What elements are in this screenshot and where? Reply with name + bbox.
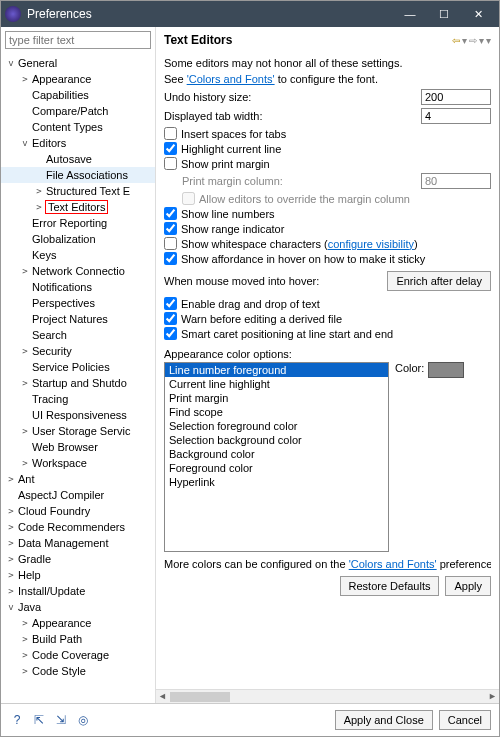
twistie-icon[interactable]: > (19, 426, 31, 436)
restore-defaults-button[interactable]: Restore Defaults (340, 576, 440, 596)
tree-item[interactable]: >Code Coverage (1, 647, 155, 663)
cb-white[interactable]: Show whitespace characters (configure vi… (164, 237, 491, 250)
tree-item[interactable]: Search (1, 327, 155, 343)
tree-item[interactable]: >Data Management (1, 535, 155, 551)
tree-item[interactable]: >Ant (1, 471, 155, 487)
tree-item[interactable]: >Startup and Shutdo (1, 375, 155, 391)
twistie-icon[interactable]: > (5, 474, 17, 484)
back-icon[interactable]: ⇦ (452, 35, 460, 46)
tree-item[interactable]: >Appearance (1, 71, 155, 87)
twistie-icon[interactable]: > (19, 634, 31, 644)
twistie-icon[interactable]: > (19, 650, 31, 660)
cb-highlight[interactable]: Highlight current line (164, 142, 491, 155)
preference-tree[interactable]: vGeneral>AppearanceCapabilitiesCompare/P… (1, 53, 155, 703)
tree-item[interactable]: >Code Recommenders (1, 519, 155, 535)
tree-item[interactable]: vGeneral (1, 55, 155, 71)
tree-item[interactable]: >User Storage Servic (1, 423, 155, 439)
tree-item[interactable]: >Text Editors (1, 199, 155, 215)
cb-linenum[interactable]: Show line numbers (164, 207, 491, 220)
tree-item[interactable]: AspectJ Compiler (1, 487, 155, 503)
tree-item[interactable]: >Cloud Foundry (1, 503, 155, 519)
list-item[interactable]: Selection foreground color (165, 419, 388, 433)
list-item[interactable]: Hyperlink (165, 475, 388, 489)
filter-input[interactable] (5, 31, 151, 49)
cb-warn[interactable]: Warn before editing a derived file (164, 312, 491, 325)
export-icon[interactable]: ⇲ (53, 712, 69, 728)
tree-item[interactable]: >Workspace (1, 455, 155, 471)
view-menu-icon[interactable]: ▾ (486, 35, 491, 46)
minimize-button[interactable]: — (393, 1, 427, 27)
tree-item[interactable]: Autosave (1, 151, 155, 167)
tree-item[interactable]: vJava (1, 599, 155, 615)
tree-item[interactable]: >Install/Update (1, 583, 155, 599)
twistie-icon[interactable]: > (5, 586, 17, 596)
scroll-thumb[interactable] (170, 692, 230, 702)
tree-item[interactable]: >Help (1, 567, 155, 583)
twistie-icon[interactable]: > (5, 522, 17, 532)
twistie-icon[interactable]: > (5, 538, 17, 548)
twistie-icon[interactable]: > (19, 666, 31, 676)
tree-item[interactable]: UI Responsiveness (1, 407, 155, 423)
tree-item[interactable]: Compare/Patch (1, 103, 155, 119)
tree-item[interactable]: Keys (1, 247, 155, 263)
maximize-button[interactable]: ☐ (427, 1, 461, 27)
tree-item[interactable]: Capabilities (1, 87, 155, 103)
tree-item[interactable]: Tracing (1, 391, 155, 407)
twistie-icon[interactable]: v (5, 58, 17, 68)
back-menu-icon[interactable]: ▾ (462, 35, 467, 46)
close-button[interactable]: ✕ (461, 1, 495, 27)
list-item[interactable]: Current line highlight (165, 377, 388, 391)
hscrollbar[interactable]: ◄ ► (156, 689, 499, 703)
scroll-left-icon[interactable]: ◄ (158, 691, 167, 701)
tree-item[interactable]: >Network Connectio (1, 263, 155, 279)
twistie-icon[interactable]: v (5, 602, 17, 612)
list-item[interactable]: Print margin (165, 391, 388, 405)
tab-input[interactable] (421, 108, 491, 124)
tree-item[interactable]: >Appearance (1, 615, 155, 631)
list-item[interactable]: Foreground color (165, 461, 388, 475)
cb-afford[interactable]: Show affordance in hover on how to make … (164, 252, 491, 265)
twistie-icon[interactable]: > (19, 74, 31, 84)
apply-close-button[interactable]: Apply and Close (335, 710, 433, 730)
scroll-right-icon[interactable]: ► (488, 691, 497, 701)
list-item[interactable]: Selection background color (165, 433, 388, 447)
apply-button[interactable]: Apply (445, 576, 491, 596)
tree-item[interactable]: Service Policies (1, 359, 155, 375)
twistie-icon[interactable]: > (5, 506, 17, 516)
cb-drag[interactable]: Enable drag and drop of text (164, 297, 491, 310)
list-item[interactable]: Find scope (165, 405, 388, 419)
tree-item[interactable]: >Security (1, 343, 155, 359)
twistie-icon[interactable]: > (33, 202, 45, 212)
color-options-list[interactable]: Line number foregroundCurrent line highl… (164, 362, 389, 552)
colors-fonts-link2[interactable]: 'Colors and Fonts' (349, 558, 437, 570)
cb-spaces[interactable]: Insert spaces for tabs (164, 127, 491, 140)
tree-item[interactable]: Web Browser (1, 439, 155, 455)
forward-icon[interactable]: ⇨ (469, 35, 477, 46)
twistie-icon[interactable]: > (19, 346, 31, 356)
twistie-icon[interactable]: v (19, 138, 31, 148)
list-item[interactable]: Background color (165, 447, 388, 461)
tree-item[interactable]: Content Types (1, 119, 155, 135)
twistie-icon[interactable]: > (5, 570, 17, 580)
tree-item[interactable]: Globalization (1, 231, 155, 247)
twistie-icon[interactable]: > (19, 266, 31, 276)
configure-visibility-link[interactable]: configure visibility (328, 238, 414, 250)
import-icon[interactable]: ⇱ (31, 712, 47, 728)
tree-item[interactable]: File Associations (1, 167, 155, 183)
twistie-icon[interactable]: > (5, 554, 17, 564)
oomph-icon[interactable]: ◎ (75, 712, 91, 728)
help-icon[interactable]: ? (9, 712, 25, 728)
list-item[interactable]: Line number foreground (165, 363, 388, 377)
twistie-icon[interactable]: > (33, 186, 45, 196)
colors-fonts-link[interactable]: 'Colors and Fonts' (187, 73, 275, 85)
tree-item[interactable]: >Code Style (1, 663, 155, 679)
tree-item[interactable]: Project Natures (1, 311, 155, 327)
enrich-button[interactable]: Enrich after delay (387, 271, 491, 291)
undo-input[interactable] (421, 89, 491, 105)
forward-menu-icon[interactable]: ▾ (479, 35, 484, 46)
tree-item[interactable]: vEditors (1, 135, 155, 151)
cancel-button[interactable]: Cancel (439, 710, 491, 730)
cb-margin[interactable]: Show print margin (164, 157, 491, 170)
twistie-icon[interactable]: > (19, 378, 31, 388)
cb-smart[interactable]: Smart caret positioning at line start an… (164, 327, 491, 340)
